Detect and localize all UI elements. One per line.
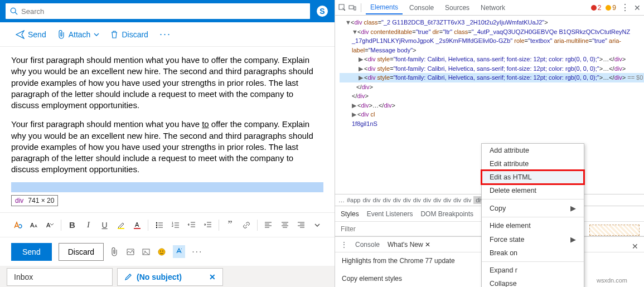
crumb-div[interactable]: div: [443, 197, 451, 203]
svg-rect-9: [134, 228, 141, 229]
dom-line[interactable]: </div>: [340, 82, 644, 92]
ctx-break-on[interactable]: Break on: [482, 246, 584, 260]
link-button[interactable]: [240, 217, 253, 233]
bold-button[interactable]: B: [66, 217, 79, 233]
svg-point-10: [156, 222, 157, 223]
paragraph-2: Your first paragraph should mention what…: [11, 119, 323, 175]
draft-tab[interactable]: (No subject) ✕: [117, 268, 223, 286]
dom-line-selected[interactable]: ▶<div style="font-family: Calibri, Helve…: [340, 73, 644, 82]
crumb-div[interactable]: div: [383, 197, 391, 203]
dom-line[interactable]: ▼<div contenteditable="true" dir="ltr" c…: [340, 27, 644, 55]
send-button[interactable]: Send: [11, 243, 52, 261]
send-icon: [16, 30, 25, 39]
search-input[interactable]: Search: [6, 3, 310, 19]
align-right-button[interactable]: [294, 217, 307, 233]
svg-point-19: [162, 250, 163, 251]
ctx-add-attribute[interactable]: Add attribute: [482, 144, 584, 157]
whats-new-tab[interactable]: What's New ✕: [388, 241, 430, 249]
crumb-div[interactable]: div: [423, 197, 431, 203]
inspect-icon[interactable]: [338, 4, 346, 12]
dom-line[interactable]: 1f8gil1nS: [340, 119, 644, 129]
ctx-copy[interactable]: Copy▶: [482, 201, 584, 215]
device-icon[interactable]: [348, 4, 356, 12]
font-size-icon[interactable]: AA: [27, 217, 40, 233]
crumb-div[interactable]: div: [393, 197, 401, 203]
ctx-delete-element[interactable]: Delete element: [482, 184, 584, 197]
attach-button[interactable]: Attach: [53, 28, 104, 41]
devtools-close-icon[interactable]: ✕: [634, 3, 641, 12]
dom-line[interactable]: </div>: [340, 91, 644, 101]
send-button-top[interactable]: Send: [11, 28, 51, 41]
draft-label: (No subject): [137, 273, 182, 281]
signature-icon[interactable]: [173, 245, 185, 258]
ctx-edit-as-html[interactable]: Edit as HTML: [482, 171, 584, 184]
drawer-console-tab[interactable]: Console: [355, 241, 380, 249]
inline-image-icon[interactable]: [126, 247, 135, 256]
event-listeners-tab[interactable]: Event Listeners: [367, 210, 413, 218]
ctx-collapse[interactable]: Collapse: [482, 277, 584, 287]
align-center-button[interactable]: [278, 217, 291, 233]
crumb-div[interactable]: div: [403, 197, 411, 203]
italic-button[interactable]: I: [82, 217, 95, 233]
inbox-tab[interactable]: Inbox: [7, 268, 113, 286]
underline-button[interactable]: U: [98, 217, 111, 233]
error-badge[interactable]: 2: [591, 4, 602, 12]
ctx-expand[interactable]: Expand r: [482, 264, 584, 277]
crumb-app[interactable]: #app: [347, 197, 360, 203]
emoji-icon[interactable]: [157, 247, 166, 256]
font-color-button[interactable]: A: [130, 217, 143, 233]
elements-tab[interactable]: Elements: [366, 1, 403, 14]
devtools-more-icon[interactable]: ⋮: [621, 2, 630, 13]
crumb-div[interactable]: div: [463, 197, 471, 203]
discard-button-top[interactable]: Discard: [106, 28, 152, 41]
ctx-force-state[interactable]: Force state▶: [482, 232, 584, 246]
crumb-div[interactable]: div: [373, 197, 381, 203]
crumb-div[interactable]: div: [362, 197, 370, 203]
crumb-div[interactable]: div: [433, 197, 441, 203]
dom-breakpoints-tab[interactable]: DOM Breakpoints: [420, 210, 473, 218]
bullets-button[interactable]: [153, 217, 166, 233]
crumb-div[interactable]: div: [413, 197, 421, 203]
box-model-preview: [589, 225, 640, 236]
close-tab-button[interactable]: ✕: [209, 273, 216, 281]
outdent-button[interactable]: [185, 217, 198, 233]
ctx-edit-attribute[interactable]: Edit attribute: [482, 157, 584, 171]
svg-text:A: A: [135, 221, 139, 228]
discard-button[interactable]: Discard: [59, 243, 104, 261]
indent-button[interactable]: [201, 217, 214, 233]
crumb-div[interactable]: div: [453, 197, 461, 203]
font-icon[interactable]: [11, 217, 24, 233]
styles-tab[interactable]: Styles: [341, 210, 359, 218]
format-more-button[interactable]: [311, 217, 323, 233]
dom-line[interactable]: ▶<div>…</div>: [340, 101, 644, 110]
dom-line[interactable]: ▶<div style="font-family: Calibri, Helve…: [340, 64, 644, 74]
warning-badge[interactable]: 9: [606, 4, 616, 12]
highlight-button[interactable]: [114, 217, 127, 233]
numbering-button[interactable]: 12: [169, 217, 182, 233]
element-dimension-tooltip: div 741 × 20: [11, 195, 58, 206]
network-tab[interactable]: Network: [476, 2, 510, 14]
attach-icon[interactable]: [110, 247, 119, 256]
console-tab[interactable]: Console: [405, 2, 438, 14]
svg-point-0: [11, 8, 16, 13]
drawer-close-icon[interactable]: ✕: [632, 242, 638, 251]
font-size-dropdown[interactable]: A: [43, 217, 56, 233]
send-more-icon[interactable]: ···: [192, 247, 202, 257]
search-icon: [10, 7, 18, 15]
dom-line[interactable]: ▼<div class="_2 G11B2DCB_6t73ZTT6vX3 _2H…: [340, 18, 644, 27]
inbox-label: Inbox: [14, 273, 33, 281]
svg-text:A: A: [30, 222, 35, 228]
align-left-button[interactable]: [262, 217, 275, 233]
quote-button[interactable]: ”: [224, 217, 236, 233]
sources-tab[interactable]: Sources: [440, 2, 474, 14]
skype-icon[interactable]: S: [316, 4, 329, 18]
ctx-hide-element[interactable]: Hide element: [482, 219, 584, 232]
chevron-down-icon: [94, 32, 99, 37]
dom-line[interactable]: ▶<div style="font-family: Calibri, Helve…: [340, 55, 644, 64]
drawer-more-icon[interactable]: ⋮: [341, 241, 347, 249]
more-button[interactable]: ···: [155, 26, 176, 42]
message-body[interactable]: Your first paragraph should mention what…: [0, 47, 335, 212]
svg-rect-22: [354, 7, 356, 10]
dom-line[interactable]: ▶<div cl: [340, 110, 644, 119]
picture-icon[interactable]: [142, 247, 151, 256]
